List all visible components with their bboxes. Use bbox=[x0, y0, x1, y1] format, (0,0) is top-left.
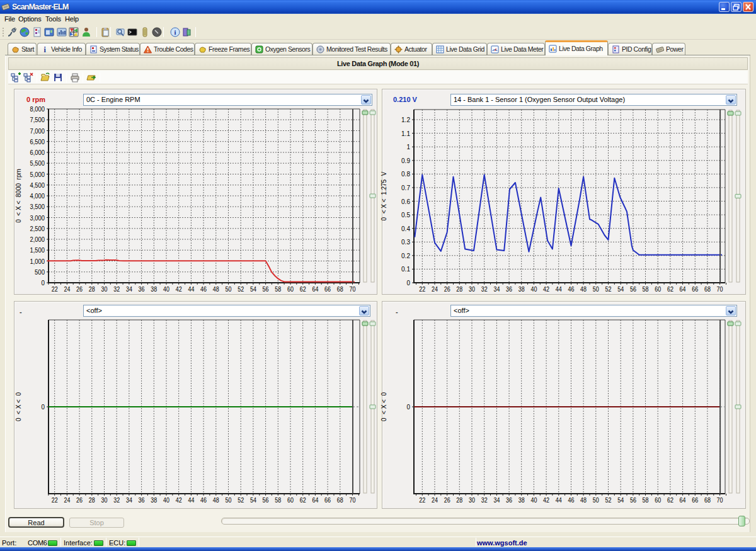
svg-text:3,000: 3,000 bbox=[30, 214, 45, 222]
svg-text:0 < X < 1.275 V: 0 < X < 1.275 V bbox=[381, 171, 387, 220]
svg-text:64: 64 bbox=[312, 496, 318, 504]
svg-text:48: 48 bbox=[580, 285, 587, 293]
svg-text:28: 28 bbox=[89, 285, 95, 293]
svg-text:36: 36 bbox=[506, 285, 512, 293]
svg-text:60: 60 bbox=[287, 496, 294, 504]
svg-text:66: 66 bbox=[692, 285, 698, 293]
svg-text:68: 68 bbox=[704, 285, 711, 293]
svg-text:26: 26 bbox=[444, 285, 450, 293]
svg-text:4,500: 4,500 bbox=[30, 181, 45, 189]
svg-text:56: 56 bbox=[630, 285, 636, 293]
svg-text:46: 46 bbox=[568, 285, 575, 293]
svg-text:60: 60 bbox=[655, 285, 661, 293]
svg-text:24: 24 bbox=[64, 496, 70, 504]
svg-text:64: 64 bbox=[680, 496, 686, 504]
svg-text:42: 42 bbox=[543, 285, 549, 293]
svg-text:22: 22 bbox=[419, 496, 425, 504]
svg-text:58: 58 bbox=[275, 285, 281, 293]
svg-text:42: 42 bbox=[176, 496, 182, 504]
svg-text:0: 0 bbox=[42, 279, 45, 287]
svg-text:24: 24 bbox=[432, 285, 438, 293]
svg-text:36: 36 bbox=[139, 285, 145, 293]
svg-text:2,500: 2,500 bbox=[30, 225, 45, 232]
svg-text:24: 24 bbox=[64, 285, 70, 293]
svg-text:70: 70 bbox=[717, 285, 723, 293]
svg-text:50: 50 bbox=[593, 496, 599, 504]
svg-text:62: 62 bbox=[667, 285, 673, 293]
svg-text:22: 22 bbox=[419, 285, 425, 293]
svg-text:56: 56 bbox=[263, 496, 269, 504]
svg-text:0.2: 0.2 bbox=[401, 252, 410, 259]
svg-text:0.3: 0.3 bbox=[401, 238, 410, 246]
svg-text:50: 50 bbox=[226, 285, 232, 293]
svg-text:66: 66 bbox=[692, 496, 698, 504]
svg-text:8,000: 8,000 bbox=[30, 105, 45, 113]
svg-text:0 < X < 0: 0 < X < 0 bbox=[381, 392, 387, 421]
svg-text:0.9: 0.9 bbox=[401, 157, 410, 164]
svg-text:42: 42 bbox=[543, 496, 549, 504]
svg-text:52: 52 bbox=[238, 285, 244, 293]
svg-text:38: 38 bbox=[151, 496, 157, 504]
svg-text:36: 36 bbox=[506, 496, 512, 504]
svg-text:0: 0 bbox=[407, 403, 411, 411]
svg-text:54: 54 bbox=[617, 285, 624, 293]
svg-text:70: 70 bbox=[350, 496, 356, 504]
svg-text:30: 30 bbox=[101, 285, 108, 293]
svg-text:58: 58 bbox=[643, 285, 649, 293]
svg-text:58: 58 bbox=[275, 496, 281, 504]
svg-text:62: 62 bbox=[300, 285, 306, 293]
svg-text:60: 60 bbox=[287, 285, 294, 293]
svg-text:70: 70 bbox=[717, 496, 723, 504]
svg-text:50: 50 bbox=[593, 285, 599, 293]
svg-text:54: 54 bbox=[250, 496, 256, 504]
svg-text:40: 40 bbox=[530, 496, 537, 504]
svg-text:44: 44 bbox=[556, 496, 562, 504]
svg-text:22: 22 bbox=[52, 285, 58, 293]
svg-text:40: 40 bbox=[163, 285, 169, 293]
svg-text:64: 64 bbox=[312, 285, 318, 293]
svg-text:0: 0 bbox=[42, 403, 45, 411]
svg-text:0 < X < 8000 rpm: 0 < X < 8000 rpm bbox=[15, 169, 22, 223]
svg-text:28: 28 bbox=[89, 496, 95, 504]
svg-text:4,000: 4,000 bbox=[30, 192, 45, 200]
svg-text:30: 30 bbox=[469, 496, 475, 504]
svg-text:0.4: 0.4 bbox=[401, 225, 411, 232]
svg-text:5,000: 5,000 bbox=[30, 171, 45, 178]
svg-text:i: i bbox=[174, 28, 176, 36]
svg-text:24: 24 bbox=[432, 496, 438, 504]
svg-text:56: 56 bbox=[630, 496, 636, 504]
svg-text:48: 48 bbox=[580, 496, 587, 504]
svg-text:46: 46 bbox=[200, 285, 207, 293]
svg-text:52: 52 bbox=[238, 496, 244, 504]
svg-text:1: 1 bbox=[407, 143, 411, 151]
svg-text:44: 44 bbox=[556, 285, 562, 293]
svg-text:64: 64 bbox=[680, 285, 686, 293]
svg-text:5,500: 5,500 bbox=[30, 159, 45, 167]
svg-text:62: 62 bbox=[300, 496, 306, 504]
svg-text:0.5: 0.5 bbox=[401, 211, 410, 219]
svg-text:3,500: 3,500 bbox=[30, 203, 45, 210]
svg-text:38: 38 bbox=[518, 496, 525, 504]
svg-text:32: 32 bbox=[113, 285, 120, 293]
svg-text:68: 68 bbox=[337, 496, 343, 504]
svg-text:0 < X < 0: 0 < X < 0 bbox=[15, 392, 22, 421]
svg-text:26: 26 bbox=[76, 496, 83, 504]
svg-text:38: 38 bbox=[151, 285, 157, 293]
svg-text:56: 56 bbox=[263, 285, 269, 293]
svg-text:22: 22 bbox=[52, 496, 58, 504]
svg-text:6,500: 6,500 bbox=[30, 138, 45, 145]
svg-text:66: 66 bbox=[324, 496, 331, 504]
svg-text:34: 34 bbox=[126, 496, 132, 504]
svg-text:60: 60 bbox=[655, 496, 661, 504]
svg-text:0.6: 0.6 bbox=[401, 198, 410, 205]
svg-text:2,000: 2,000 bbox=[30, 236, 45, 243]
svg-text:52: 52 bbox=[605, 285, 612, 293]
svg-text:68: 68 bbox=[337, 285, 343, 293]
svg-text:44: 44 bbox=[188, 496, 194, 504]
svg-text:28: 28 bbox=[456, 285, 462, 293]
svg-text:0.1: 0.1 bbox=[401, 265, 410, 273]
svg-text:26: 26 bbox=[76, 285, 83, 293]
svg-text:0: 0 bbox=[407, 279, 411, 287]
svg-text:32: 32 bbox=[481, 285, 488, 293]
svg-text:500: 500 bbox=[35, 268, 45, 276]
